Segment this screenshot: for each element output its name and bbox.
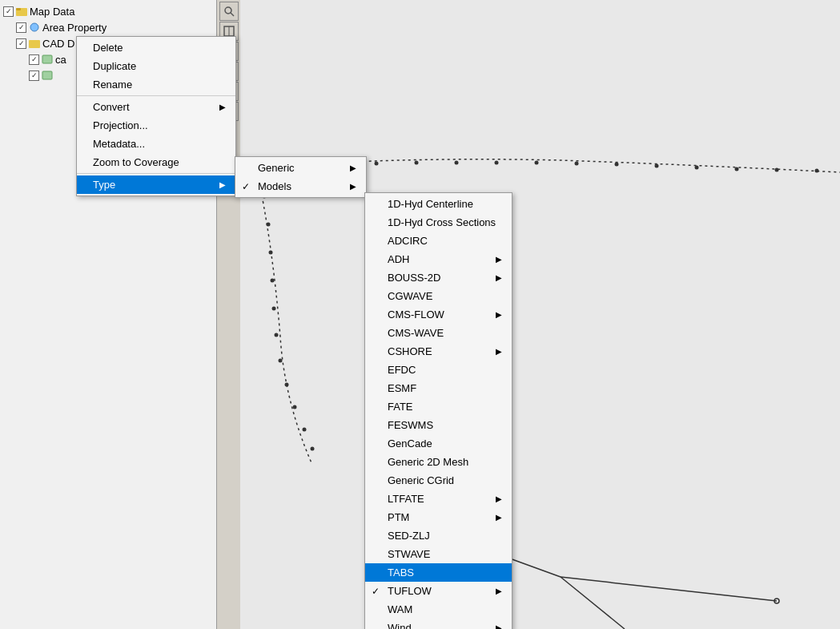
model-1d-hyd-cross-sections[interactable]: 1D-Hyd Cross Sections (365, 213, 512, 232)
svg-point-18 (271, 279, 275, 283)
model-cgwave[interactable]: CGWAVE (365, 287, 512, 305)
svg-point-6 (495, 161, 499, 165)
tree-label-cad-sub1: ca (55, 54, 66, 66)
model-cms-flow[interactable]: CMS-FLOW ▶ (365, 305, 512, 324)
svg-point-5 (455, 161, 459, 165)
model-efdc[interactable]: EFDC (365, 361, 512, 379)
model-adh[interactable]: ADH ▶ (365, 250, 512, 268)
tree-label-area-property: Area Property (42, 22, 107, 34)
folder-icon (15, 5, 28, 18)
context-menu: Delete Duplicate Rename Convert ▶ Projec… (76, 36, 236, 196)
svg-point-22 (285, 383, 289, 387)
svg-point-29 (774, 599, 779, 603)
model-cms-wave[interactable]: CMS-WAVE (365, 324, 512, 342)
menu-item-rename[interactable]: Rename (77, 75, 235, 94)
model-ltfate[interactable]: LTFATE ▶ (365, 490, 512, 508)
model-ptm[interactable]: PTM ▶ (365, 508, 512, 526)
svg-point-9 (615, 163, 619, 167)
svg-rect-33 (29, 40, 40, 48)
submenu-arrow-generic: ▶ (350, 163, 356, 172)
svg-point-10 (655, 164, 659, 168)
svg-point-17 (269, 251, 273, 255)
model-tabs[interactable]: TABS (365, 563, 512, 582)
tree-checkbox-cad-sub1[interactable] (29, 54, 39, 65)
menu-separator-1 (77, 95, 235, 96)
svg-point-3 (375, 162, 379, 166)
submenu-type: Generic ▶ ✓ Models ▶ (235, 156, 367, 198)
submenu-type-generic[interactable]: Generic ▶ (235, 159, 366, 177)
svg-point-24 (303, 428, 307, 432)
tree-item-area-property[interactable]: Area Property (0, 19, 239, 35)
submenu-arrow-wind: ▶ (496, 623, 502, 629)
submenu-arrow-ptm: ▶ (496, 513, 502, 522)
menu-item-convert[interactable]: Convert ▶ (77, 98, 235, 116)
model-bouss-2d[interactable]: BOUSS-2D ▶ (365, 268, 512, 287)
submenu-arrow-tuflow: ▶ (496, 587, 502, 595)
svg-point-16 (267, 223, 271, 227)
svg-point-14 (815, 169, 819, 173)
cad-sub1-icon (41, 53, 54, 66)
menu-item-delete[interactable]: Delete (77, 38, 235, 57)
model-1d-hyd-centerline[interactable]: 1D-Hyd Centerline (365, 195, 512, 213)
svg-line-27 (561, 577, 777, 601)
svg-point-21 (279, 359, 283, 363)
submenu-arrow-type: ▶ (219, 180, 226, 189)
model-stwave[interactable]: STWAVE (365, 545, 512, 563)
cad-folder-icon (28, 37, 41, 50)
check-tuflow: ✓ (372, 586, 384, 597)
tree-item-map-data[interactable]: Map Data (0, 3, 239, 19)
tree-label-map-data: Map Data (30, 6, 74, 18)
tree-checkbox-map-data[interactable] (3, 6, 14, 17)
model-cshore[interactable]: CSHORE ▶ (365, 342, 512, 361)
svg-rect-34 (42, 55, 52, 63)
svg-point-25 (311, 447, 315, 451)
svg-point-32 (30, 23, 38, 31)
model-esmf[interactable]: ESMF (365, 379, 512, 397)
area-property-icon (28, 21, 41, 34)
svg-point-8 (575, 162, 579, 166)
submenu-arrow-cms-flow: ▶ (496, 310, 502, 319)
menu-item-projection[interactable]: Projection... (77, 116, 235, 135)
submenu-arrow-convert: ▶ (219, 103, 226, 111)
svg-point-7 (535, 161, 539, 165)
tree-checkbox-area-property[interactable] (16, 22, 26, 33)
menu-item-metadata[interactable]: Metadata... (77, 135, 235, 153)
submenu-arrow-ltfate: ▶ (496, 494, 502, 503)
menu-item-type[interactable]: Type ▶ (77, 175, 235, 194)
submenu-arrow-adh: ▶ (496, 255, 502, 264)
model-wam[interactable]: WAM (365, 600, 512, 619)
svg-rect-31 (16, 8, 21, 10)
model-tuflow[interactable]: ✓ TUFLOW ▶ (365, 582, 512, 600)
model-feswms[interactable]: FESWMS (365, 416, 512, 434)
menu-separator-2 (77, 173, 235, 174)
model-generic-2d-mesh[interactable]: Generic 2D Mesh (365, 453, 512, 471)
svg-line-37 (231, 13, 234, 16)
submenu-type-models[interactable]: ✓ Models ▶ (235, 177, 366, 196)
model-wind[interactable]: Wind ▶ (365, 619, 512, 629)
model-generic-cgrid[interactable]: Generic CGrid (365, 471, 512, 490)
submenu-arrow-bouss-2d: ▶ (496, 273, 502, 282)
svg-point-36 (225, 7, 231, 14)
tree-label-cad-group: CAD D (42, 38, 74, 50)
model-gencade[interactable]: GenCade (365, 434, 512, 453)
svg-point-19 (272, 307, 276, 311)
menu-item-zoom-to-coverage[interactable]: Zoom to Coverage (77, 153, 235, 171)
svg-point-12 (735, 167, 739, 171)
menu-item-duplicate[interactable]: Duplicate (77, 57, 235, 75)
cad-sub2-icon (41, 69, 54, 82)
tree-checkbox-cad-sub2[interactable] (29, 71, 39, 81)
toolbar-btn-1[interactable] (219, 2, 239, 21)
svg-point-20 (275, 333, 279, 337)
svg-point-13 (775, 168, 779, 172)
svg-point-23 (293, 405, 297, 409)
model-adcirc[interactable]: ADCIRC (365, 232, 512, 250)
check-models: ✓ (242, 181, 255, 192)
model-sed-zlj[interactable]: SED-ZLJ (365, 526, 512, 545)
tree-checkbox-cad-group[interactable] (16, 38, 26, 49)
submenu-arrow-cshore: ▶ (496, 347, 502, 356)
submenu-models: 1D-Hyd Centerline 1D-Hyd Cross Sections … (364, 192, 512, 629)
svg-rect-35 (42, 71, 52, 79)
submenu-arrow-models: ▶ (350, 182, 356, 191)
svg-point-4 (415, 161, 419, 165)
model-fate[interactable]: FATE (365, 397, 512, 416)
